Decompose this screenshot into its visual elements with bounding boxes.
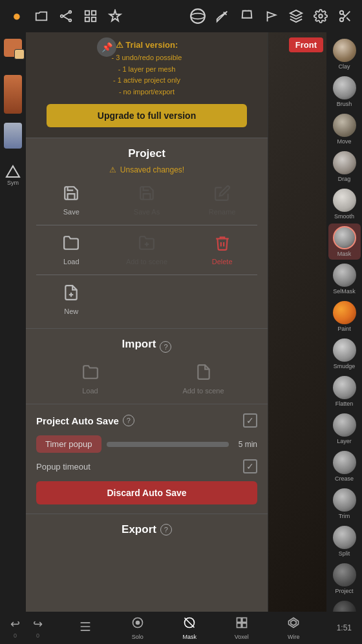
right-sidebar: Clay Brush Move Drag Smooth Mask SelMask… bbox=[326, 32, 362, 612]
save-as-action[interactable]: Save As bbox=[112, 181, 182, 220]
sidebar-tool-flatten[interactable]: Flatten bbox=[328, 373, 361, 410]
wire-label: Wire bbox=[288, 634, 300, 640]
svg-line-3 bbox=[63, 13, 69, 17]
import-add-icon bbox=[195, 364, 212, 384]
sidebar-tool-move[interactable]: Move bbox=[328, 111, 361, 147]
front-badge[interactable]: Front bbox=[289, 37, 323, 52]
export-help-icon[interactable]: ? bbox=[160, 524, 172, 535]
svg-rect-8 bbox=[92, 17, 96, 21]
sidebar-tool-smooth[interactable]: Smooth bbox=[328, 186, 361, 222]
solo-icon bbox=[131, 616, 144, 632]
mask-bottom-label: Mask bbox=[183, 634, 197, 640]
undo-redo-group: ↩ 0 ↪ 0 bbox=[5, 616, 48, 640]
pin-button[interactable]: 📌 bbox=[97, 37, 116, 57]
layers-icon[interactable] bbox=[284, 5, 308, 28]
undo-button[interactable]: ↩ 0 bbox=[5, 616, 25, 640]
paint-label: Paint bbox=[337, 326, 351, 332]
flag-icon[interactable] bbox=[260, 5, 283, 28]
save-as-icon bbox=[138, 185, 155, 205]
autosave-help-icon[interactable]: ? bbox=[123, 415, 134, 426]
svg-point-26 bbox=[136, 621, 139, 624]
sidebar-tool-project[interactable]: Project bbox=[328, 561, 361, 597]
sidebar-tool-mask[interactable]: Mask bbox=[328, 223, 361, 260]
sidebar-tool-drag[interactable]: Drag bbox=[328, 149, 361, 185]
import-help-icon[interactable]: ? bbox=[160, 341, 171, 353]
add-scene-label: Add to scene bbox=[126, 258, 167, 265]
sidebar-tool-crease[interactable]: Crease bbox=[328, 448, 361, 484]
svg-marker-33 bbox=[289, 618, 299, 627]
discard-autosave-button[interactable]: Discard Auto Save bbox=[36, 481, 257, 504]
timer-bar[interactable] bbox=[107, 442, 229, 447]
import-load-item[interactable]: Load bbox=[36, 364, 144, 395]
delete-action[interactable]: Delete bbox=[187, 231, 257, 269]
import-grid: Load Add to scene bbox=[36, 364, 257, 395]
move-label: Move bbox=[337, 138, 351, 145]
pen-icon[interactable] bbox=[211, 5, 234, 28]
svg-marker-34 bbox=[291, 619, 296, 625]
voxel-label: Voxel bbox=[235, 634, 249, 640]
bottom-tool-mask[interactable]: Mask bbox=[175, 615, 204, 641]
bottom-tool-menu[interactable] bbox=[71, 619, 100, 638]
sidebar-tool-paint[interactable]: Paint bbox=[328, 298, 361, 335]
color-primary[interactable] bbox=[1, 36, 25, 59]
sidebar-tool-split[interactable]: Split bbox=[328, 523, 361, 559]
redo-icon: ↪ bbox=[33, 617, 43, 631]
svg-point-1 bbox=[69, 11, 72, 14]
sidebar-tool-smudge[interactable]: Smudge bbox=[328, 336, 361, 372]
timer-popup-button[interactable]: Timer popup bbox=[36, 435, 101, 453]
load-action[interactable]: Load bbox=[36, 231, 107, 269]
save-icon bbox=[63, 185, 80, 205]
sidebar-tool-dark[interactable] bbox=[328, 598, 361, 612]
sidebar-tool-layer[interactable]: Layer bbox=[328, 411, 361, 447]
save-action[interactable]: Save bbox=[36, 181, 107, 220]
split-label: Split bbox=[339, 550, 350, 557]
autosave-header: Project Auto Save ? ✓ bbox=[36, 413, 257, 428]
sparkle-icon[interactable] bbox=[103, 5, 127, 28]
save-label: Save bbox=[63, 208, 80, 216]
top-toolbar: ● bbox=[0, 0, 362, 32]
bottom-tool-voxel[interactable]: Voxel bbox=[228, 615, 256, 641]
color-left-2[interactable] bbox=[1, 83, 25, 106]
mask-sidebar-label: Mask bbox=[337, 251, 352, 257]
upgrade-button[interactable]: Upgrade to full version bbox=[47, 104, 247, 127]
add-to-scene-action[interactable]: Add to scene bbox=[112, 231, 182, 269]
redo-button[interactable]: ↪ 0 bbox=[28, 616, 48, 640]
color-left-3[interactable] bbox=[1, 124, 25, 147]
svg-marker-17 bbox=[6, 166, 19, 177]
folder-icon[interactable] bbox=[30, 5, 53, 28]
sym-tool[interactable]: Sym bbox=[1, 163, 25, 187]
sphere-top-icon[interactable] bbox=[186, 5, 209, 28]
popup-timeout-checkbox[interactable]: ✓ bbox=[243, 459, 257, 473]
selmask-label: SelMask bbox=[333, 288, 356, 295]
wire-icon bbox=[287, 616, 300, 632]
bottom-tool-solo[interactable]: Solo bbox=[123, 615, 152, 641]
network-icon[interactable] bbox=[54, 5, 78, 28]
autosave-section: Project Auto Save ? ✓ Timer popup 5 min … bbox=[26, 404, 268, 514]
bucket-icon[interactable] bbox=[235, 5, 259, 28]
export-header: Export ? bbox=[36, 523, 257, 536]
sidebar-tool-trim[interactable]: Trim bbox=[328, 486, 361, 522]
svg-point-10 bbox=[191, 14, 205, 19]
logo-icon: ● bbox=[5, 5, 28, 28]
bottom-time: 1:51 bbox=[332, 623, 357, 632]
timer-value: 5 min bbox=[234, 440, 257, 449]
sidebar-tool-brush[interactable]: Brush bbox=[328, 74, 361, 110]
rename-icon bbox=[214, 185, 231, 205]
settings-icon[interactable] bbox=[309, 5, 332, 28]
grid-icon[interactable] bbox=[79, 5, 102, 28]
import-section: Import ? Load Add to scene bbox=[26, 329, 268, 404]
autosave-checkbox[interactable]: ✓ bbox=[243, 413, 257, 428]
import-add-scene-item[interactable]: Add to scene bbox=[149, 364, 257, 395]
svg-rect-6 bbox=[92, 11, 96, 15]
sidebar-tool-selmask[interactable]: SelMask bbox=[328, 261, 361, 297]
svg-line-15 bbox=[346, 17, 350, 21]
scissors-icon[interactable] bbox=[334, 5, 357, 28]
sidebar-tool-clay[interactable]: Clay bbox=[328, 36, 361, 72]
rename-action[interactable]: Rename bbox=[187, 181, 257, 220]
layer-label: Layer bbox=[337, 438, 352, 444]
menu-icon bbox=[79, 620, 92, 636]
new-action[interactable]: New bbox=[36, 280, 107, 319]
bottom-tool-wire[interactable]: Wire bbox=[279, 615, 308, 641]
bottom-toolbar: ↩ 0 ↪ 0 Solo bbox=[0, 612, 362, 644]
svg-point-11 bbox=[319, 14, 323, 18]
